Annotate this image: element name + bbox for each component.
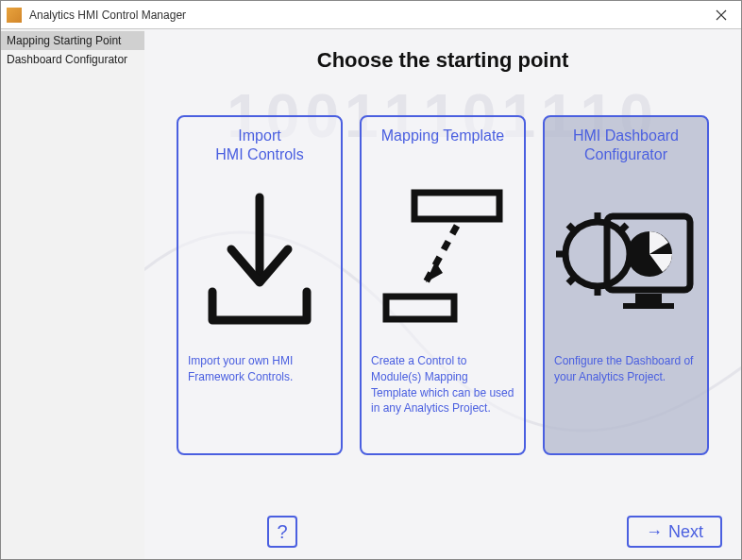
card-row: Import HMI Controls Import your own HMI …	[144, 115, 741, 455]
app-icon	[7, 8, 22, 23]
card-title: HMI Dashboard Configurator	[554, 127, 698, 168]
svg-line-12	[568, 277, 575, 283]
svg-rect-4	[386, 297, 454, 319]
next-label: Next	[668, 522, 703, 542]
help-icon: ?	[277, 521, 287, 543]
svg-rect-15	[635, 294, 662, 303]
footer: ? → Next	[144, 516, 741, 548]
window-title: Analytics HMI Control Manager	[29, 8, 186, 22]
card-title: Mapping Template	[371, 127, 514, 168]
sidebar: Mapping Starting Point Dashboard Configu…	[1, 29, 144, 559]
card-title: Import HMI Controls	[188, 127, 331, 168]
close-button[interactable]	[707, 5, 735, 25]
svg-rect-3	[414, 193, 499, 219]
arrow-right-icon: →	[646, 523, 663, 540]
next-button[interactable]: → Next	[627, 516, 722, 548]
body: Mapping Starting Point Dashboard Configu…	[1, 29, 741, 559]
card-description: Import your own HMI Framework Controls.	[188, 353, 331, 385]
sidebar-item-dashboard-config[interactable]: Dashboard Configurator	[1, 50, 144, 69]
svg-point-7	[565, 222, 630, 286]
svg-line-9	[620, 225, 627, 231]
main-panel: 10011101110 Choose the starting point Im…	[144, 29, 741, 559]
close-icon	[716, 9, 727, 21]
dashboard-icon	[554, 174, 698, 344]
card-description: Create a Control to Module(s) Mapping Te…	[371, 353, 514, 416]
card-import-hmi-controls[interactable]: Import HMI Controls Import your own HMI …	[177, 115, 343, 455]
svg-rect-16	[623, 303, 674, 309]
svg-line-10	[568, 225, 575, 231]
help-button[interactable]: ?	[267, 516, 297, 548]
card-description: Configure the Dashboard of your Analytic…	[554, 353, 698, 385]
page-headline: Choose the starting point	[144, 29, 741, 73]
sidebar-item-label: Mapping Starting Point	[7, 34, 121, 47]
sidebar-item-mapping-start[interactable]: Mapping Starting Point	[1, 31, 144, 50]
titlebar: Analytics HMI Control Manager	[1, 1, 741, 29]
mapping-icon	[371, 174, 514, 344]
sidebar-item-label: Dashboard Configurator	[7, 53, 127, 66]
download-icon	[188, 174, 331, 344]
card-mapping-template[interactable]: Mapping Template Create a Control to Mod…	[360, 115, 526, 455]
card-hmi-dashboard-configurator[interactable]: HMI Dashboard Configurator	[543, 115, 709, 455]
